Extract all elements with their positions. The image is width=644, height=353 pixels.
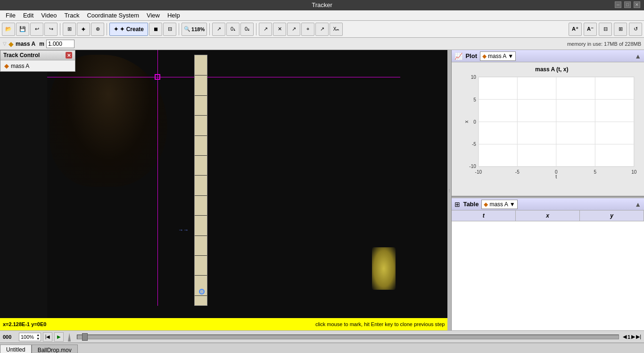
col-x[interactable]: x	[516, 210, 580, 221]
table-collapse-button[interactable]: ▲	[635, 201, 641, 208]
dark-right-area	[400, 50, 447, 318]
video-background: →→	[0, 50, 447, 330]
svg-text:-10: -10	[470, 164, 477, 169]
svg-text:5: 5	[474, 97, 477, 102]
clip-button[interactable]: ⊞	[63, 23, 76, 36]
create-icon: ✦	[114, 26, 118, 33]
step-end-btn[interactable]: ▶|	[636, 334, 641, 340]
save-button[interactable]: 💾	[16, 23, 29, 36]
col-y[interactable]: y	[580, 210, 644, 221]
speed-control[interactable]: 100% ▲ ▼	[19, 333, 41, 341]
plot-collapse-button[interactable]: ▲	[635, 52, 641, 60]
track-control-close-button[interactable]: ✕	[66, 52, 72, 59]
window-controls: ─ □ ✕	[615, 1, 640, 8]
plot-mass-label: mass A	[488, 53, 506, 59]
table-mass-selector[interactable]: ◆ mass A ▼	[481, 200, 517, 209]
ruler-bar	[194, 55, 207, 306]
frame-number: 000	[3, 334, 17, 340]
mass-m-label: m	[39, 41, 44, 47]
table-columns: t x y	[452, 210, 644, 221]
plot-panel: 📈 Plot ◆ mass A ▼ ▲ mass A (t, x)	[452, 50, 644, 196]
speed-value: 100%	[19, 334, 35, 340]
open-button[interactable]: 📂	[2, 23, 15, 36]
right-panel: 📈 Plot ◆ mass A ▼ ▲ mass A (t, x)	[451, 50, 644, 330]
draw-btn4[interactable]: ⌖	[301, 23, 314, 36]
speed-up-button[interactable]: ▲	[35, 333, 41, 337]
create-button[interactable]: ✦ ✦ Create	[109, 23, 148, 36]
plot-mass-selector[interactable]: ◆ mass A ▼	[480, 51, 516, 61]
table-panel: ⊞ Table ◆ mass A ▼ ▲ t x y	[452, 198, 644, 330]
draw-btn2[interactable]: ✕	[273, 23, 286, 36]
sep4	[209, 23, 210, 35]
redo-button[interactable]: ↪	[44, 23, 58, 36]
svg-text:-5: -5	[472, 142, 476, 147]
calibration-button[interactable]: ⊕	[91, 23, 104, 36]
panel-resize-handle[interactable]: ⋮	[447, 50, 451, 330]
ruler-mark-4	[195, 135, 207, 136]
video-panel[interactable]: Track Control ✕ ◆ mass A	[0, 50, 447, 330]
ruler-mark-2	[195, 95, 207, 96]
draw-btn5[interactable]: ↗	[315, 23, 329, 36]
menu-track[interactable]: Track	[60, 11, 83, 20]
step-back-btn[interactable]: ◀	[623, 334, 627, 340]
svg-text:10: 10	[632, 169, 637, 175]
ruler-mark-9	[195, 235, 207, 236]
zoom-in-button[interactable]: 🔍 118%	[182, 23, 207, 36]
minimize-button[interactable]: ─	[615, 1, 621, 8]
position-marker: →→	[178, 227, 189, 233]
menu-edit[interactable]: Edit	[19, 11, 37, 20]
col-t[interactable]: t	[452, 210, 516, 221]
menu-view[interactable]: View	[143, 11, 164, 20]
ruler-mark-10	[195, 255, 207, 256]
mass-value-input[interactable]	[46, 40, 74, 48]
step-fwd-btn[interactable]: ▶	[631, 334, 635, 340]
play-button[interactable]: ▶	[54, 332, 64, 342]
close-button[interactable]: ✕	[634, 1, 640, 8]
track-control-panel: Track Control ✕ ◆ mass A	[0, 50, 75, 72]
refresh-button[interactable]: ↺	[629, 23, 642, 36]
speed-down-button[interactable]: ▼	[35, 337, 41, 341]
title-bar: Tracker ─ □ ✕	[0, 0, 644, 10]
right-toolbar: A⁺ A⁻ ⊟ ⊞ ↺	[569, 23, 642, 36]
layout-btn2[interactable]: ⊞	[614, 23, 627, 36]
mass-name-label: mass A	[16, 41, 35, 47]
timeline-thumb[interactable]	[82, 333, 88, 341]
coord-btn3[interactable]: 0₂	[240, 23, 254, 36]
menu-coordinate-system[interactable]: Coordinate System	[83, 11, 143, 20]
draw-btn6[interactable]: Xₘ	[330, 23, 343, 36]
track-button[interactable]: ✦	[77, 23, 90, 36]
font-bigger-button[interactable]: A⁺	[569, 23, 582, 36]
track-point-marker	[199, 289, 205, 294]
video-status-bar: x=2.128E-1 y=0E0 click mouse to mark, hi…	[0, 318, 447, 330]
step-triangle	[68, 333, 71, 342]
menu-file[interactable]: File	[2, 11, 19, 20]
font-smaller-button[interactable]: A⁻	[584, 23, 597, 36]
menu-help[interactable]: Help	[164, 11, 184, 20]
mark-button[interactable]: ◼	[149, 23, 162, 36]
sep2	[107, 23, 107, 35]
video-area[interactable]: →→	[0, 50, 447, 330]
sep1	[60, 23, 60, 35]
tab-untitled[interactable]: Untitled	[0, 345, 32, 353]
snap-button[interactable]: ⊟	[163, 23, 176, 36]
toolbar: 📂 💾 ↩ ↪ ⊞ ✦ ⊕ ✦ ✦ Create ◼ ⊟ 🔍 118% ↗ 0₁…	[0, 21, 644, 38]
draw-btn3[interactable]: ↗	[287, 23, 300, 36]
undo-button[interactable]: ↩	[30, 23, 43, 36]
coord-btn1[interactable]: ↗	[212, 23, 225, 36]
layout-btn1[interactable]: ⊟	[599, 23, 612, 36]
tab-balldrop[interactable]: BallDrop.mov	[32, 345, 78, 353]
go-to-start-button[interactable]: |◀	[43, 332, 52, 342]
main-content: Track Control ✕ ◆ mass A	[0, 50, 644, 330]
coord-btn2[interactable]: 0₁	[226, 23, 239, 36]
table-header: ⊞ Table ◆ mass A ▼ ▲	[452, 198, 644, 210]
bottom-tabs: Untitled BallDrop.mov	[0, 343, 644, 353]
ruler-mark-5	[195, 155, 207, 156]
triangle-icon: ▽	[3, 41, 7, 46]
maximize-button[interactable]: □	[624, 1, 631, 8]
timeline-track[interactable]	[77, 335, 619, 339]
svg-text:10: 10	[471, 75, 477, 80]
menu-video[interactable]: Video	[37, 11, 60, 20]
ruler-mark-1	[195, 75, 207, 76]
track-item-mass-a[interactable]: ◆ mass A	[0, 60, 75, 71]
draw-btn1[interactable]: ↗	[259, 23, 272, 36]
